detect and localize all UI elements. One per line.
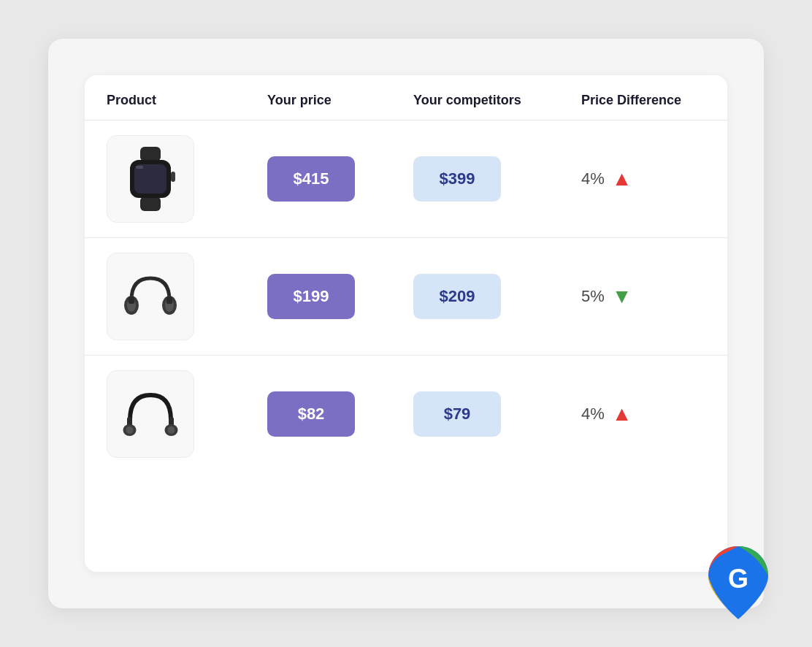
- table-row: $199 $209 5% ▼: [85, 238, 727, 356]
- svg-rect-5: [171, 172, 175, 182]
- product-image-headphones-on: [107, 370, 194, 458]
- competitor-cell-headphones-on: $79: [413, 391, 581, 437]
- arrow-up-icon-headphones-on: ▲: [612, 404, 632, 424]
- your-price-badge-watch: $415: [267, 156, 355, 202]
- your-price-badge-headphones-on: $82: [267, 391, 355, 437]
- col-header-difference: Price Difference: [581, 93, 727, 108]
- competitor-price-badge-headphones-over: $209: [413, 274, 501, 319]
- svg-rect-0: [140, 147, 161, 161]
- col-header-product: Product: [107, 93, 267, 108]
- difference-cell-headphones-over: 5% ▼: [581, 286, 727, 307]
- competitor-cell-watch: $399: [413, 156, 581, 202]
- table-header: Product Your price Your competitors Pric…: [85, 75, 727, 120]
- your-price-cell-headphones-over: $199: [267, 274, 413, 319]
- col-header-competitors: Your competitors: [413, 93, 581, 108]
- diff-percent-headphones-over: 5%: [581, 287, 605, 306]
- your-price-cell-watch: $415: [267, 156, 413, 202]
- table-row: $82 $79 4% ▲: [85, 356, 727, 472]
- arrow-down-icon-headphones-over: ▼: [612, 286, 632, 307]
- your-price-badge-headphones-over: $199: [267, 274, 355, 319]
- svg-rect-1: [140, 196, 161, 211]
- table-row: $415 $399 4% ▲: [85, 120, 727, 238]
- product-image-watch: [107, 135, 194, 223]
- arrow-up-icon-watch: ▲: [612, 169, 632, 189]
- svg-rect-10: [129, 296, 134, 304]
- google-maps-logo: G: [698, 543, 778, 623]
- difference-cell-headphones-on: 4% ▲: [581, 404, 727, 424]
- price-comparison-table: Product Your price Your competitors Pric…: [85, 75, 727, 572]
- competitor-cell-headphones-over: $209: [413, 274, 581, 319]
- difference-cell-watch: 4% ▲: [581, 169, 727, 189]
- diff-percent-watch: 4%: [581, 169, 605, 188]
- product-cell-watch: [107, 135, 267, 223]
- svg-point-16: [126, 426, 134, 434]
- headphones-on-icon: [121, 385, 180, 443]
- svg-rect-4: [136, 166, 143, 169]
- product-cell-headphones-over: [107, 253, 267, 340]
- svg-point-17: [168, 426, 175, 434]
- competitor-price-badge-headphones-on: $79: [413, 391, 501, 437]
- svg-text:G: G: [728, 564, 748, 594]
- competitor-price-badge-watch: $399: [413, 156, 501, 202]
- product-image-headphones-over: [107, 253, 194, 340]
- diff-percent-headphones-on: 4%: [581, 405, 605, 424]
- outer-card: Product Your price Your competitors Pric…: [48, 39, 764, 608]
- inner-card: Product Your price Your competitors Pric…: [85, 75, 727, 572]
- svg-rect-11: [166, 296, 172, 304]
- col-header-your-price: Your price: [267, 93, 413, 108]
- product-cell-headphones-on: [107, 370, 267, 458]
- your-price-cell-headphones-on: $82: [267, 391, 413, 437]
- headphones-over-icon: [121, 267, 180, 326]
- watch-icon: [124, 147, 177, 211]
